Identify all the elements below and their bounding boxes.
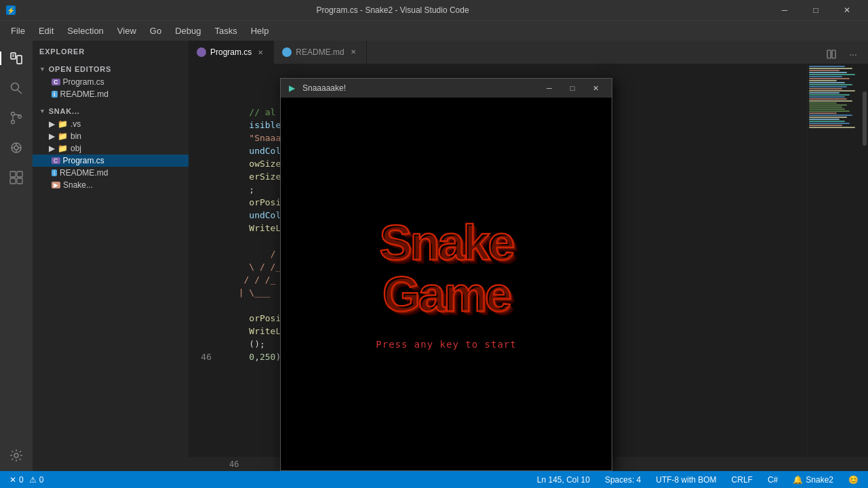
more-actions-button[interactable]: ··· <box>844 45 863 64</box>
menu-go[interactable]: Go <box>144 23 167 39</box>
branch-icon: 🔔 <box>793 475 803 485</box>
project-label: SNAK... <box>49 107 80 115</box>
console-window[interactable]: ▶ Snaaaaake! ─ □ ✕ Snake Game Press any … <box>280 78 612 471</box>
menu-help[interactable]: Help <box>245 23 275 39</box>
tab-readme[interactable]: README.md ✕ <box>274 41 366 64</box>
vertical-scrollbar[interactable] <box>861 64 868 456</box>
close-button[interactable]: ✕ <box>831 0 863 20</box>
mini-line <box>809 127 855 128</box>
folder-vs[interactable]: ▶ 📁 .vs <box>33 118 189 130</box>
activity-search[interactable] <box>4 76 28 100</box>
mini-line <box>809 100 852 102</box>
mini-line <box>809 115 852 116</box>
mini-line <box>809 106 842 108</box>
console-minimize-button[interactable]: ─ <box>538 81 560 96</box>
mini-line <box>809 94 850 96</box>
console-app-icon: ▶ <box>286 83 297 94</box>
title-bar: ⚡ Program.cs - Snake2 - Visual Studio Co… <box>0 0 868 20</box>
svg-point-9 <box>12 121 15 124</box>
folder-bin-icon: 📁 <box>58 131 68 141</box>
console-maximize-button[interactable]: □ <box>561 81 583 96</box>
tab-program-cs-label: Program.cs <box>210 47 252 57</box>
open-file-readme[interactable]: i README.md <box>33 88 189 100</box>
menu-view[interactable]: View <box>112 23 142 39</box>
tab-program-cs[interactable]: Program.cs ✕ <box>189 41 274 64</box>
activity-source-control[interactable] <box>4 106 28 130</box>
mini-line <box>809 104 847 106</box>
tab-program-cs-close[interactable]: ✕ <box>256 47 265 57</box>
mini-line <box>809 98 847 100</box>
sidebar: EXPLORER ▼ OPEN EDITORS C Program.cs i R… <box>33 41 189 471</box>
mini-line <box>809 123 850 124</box>
menu-tasks[interactable]: Tasks <box>209 23 242 39</box>
readme-file-icon: i <box>52 169 57 176</box>
activity-settings[interactable] <box>4 447 28 471</box>
folder-obj-label: obj <box>71 144 81 153</box>
console-close-button[interactable]: ✕ <box>585 81 606 96</box>
program-cs-icon: C <box>52 157 60 164</box>
line-col-text: Ln 145, Col 10 <box>537 475 590 485</box>
activity-extensions[interactable] <box>4 165 28 190</box>
scrollbar-thumb[interactable] <box>863 92 867 146</box>
minimap <box>807 64 861 456</box>
mini-line <box>809 84 852 85</box>
menu-edit[interactable]: Edit <box>33 23 59 39</box>
open-file-program[interactable]: C Program.cs <box>33 76 189 88</box>
warning-count: 0 <box>39 475 44 485</box>
line-numbers: 46 <box>189 64 222 456</box>
explorer-header[interactable]: EXPLORER <box>33 41 189 58</box>
snake-game-logo: Snake Game <box>379 218 513 339</box>
status-left: ✕ 0 ⚠ 0 <box>7 471 46 488</box>
line-ending-text: CRLF <box>732 475 753 485</box>
error-count: 0 <box>19 475 24 485</box>
tabs-bar: Program.cs ✕ README.md ✕ ··· <box>189 41 868 64</box>
tab-readme-close[interactable]: ✕ <box>349 47 358 57</box>
minimize-button[interactable]: ─ <box>769 0 800 20</box>
mini-line <box>809 70 840 71</box>
tab-readme-label: README.md <box>296 47 344 57</box>
mini-line <box>809 74 855 75</box>
project-header[interactable]: ▼ SNAK... <box>33 100 189 118</box>
status-language[interactable]: C# <box>765 471 781 488</box>
mini-line <box>809 125 842 126</box>
warning-icon: ⚠ <box>29 475 37 485</box>
mini-line <box>809 90 855 92</box>
activity-debug[interactable] <box>4 136 28 160</box>
svg-line-7 <box>18 90 22 94</box>
mini-line <box>809 78 850 79</box>
file-snake[interactable]: ▶ Snake... <box>33 179 189 191</box>
console-title-bar: ▶ Snaaaaake! ─ □ ✕ <box>281 79 612 98</box>
mini-line <box>809 76 842 77</box>
svg-rect-18 <box>17 171 22 177</box>
window-controls: ─ □ ✕ <box>769 0 863 20</box>
menu-debug[interactable]: Debug <box>170 23 206 39</box>
mini-line <box>809 113 837 114</box>
split-editor-button[interactable] <box>822 45 841 64</box>
status-branch[interactable]: 🔔 Snake2 <box>790 471 836 488</box>
status-line-ending[interactable]: CRLF <box>729 471 755 488</box>
folder-obj[interactable]: ▶ 📁 obj <box>33 142 189 155</box>
open-editors-label: OPEN EDITORS <box>49 65 112 73</box>
mini-line <box>809 108 845 110</box>
folder-bin[interactable]: ▶ 📁 bin <box>33 130 189 142</box>
menu-file[interactable]: File <box>5 23 31 39</box>
maximize-button[interactable]: □ <box>800 0 831 20</box>
status-spaces[interactable]: Spaces: 4 <box>602 471 644 488</box>
mini-line <box>809 82 845 83</box>
folder-vs-chevron: ▶ <box>49 119 55 129</box>
branch-text: Snake2 <box>806 475 833 485</box>
tab-actions: ··· <box>822 45 868 64</box>
status-line-col[interactable]: Ln 145, Col 10 <box>534 471 593 488</box>
status-errors[interactable]: ✕ 0 ⚠ 0 <box>7 471 46 488</box>
console-body: Snake Game Press any key to start <box>281 98 612 470</box>
open-editors-header[interactable]: ▼ OPEN EDITORS <box>33 58 189 76</box>
status-encoding[interactable]: UTF-8 with BOM <box>653 471 719 488</box>
menu-selection[interactable]: Selection <box>62 23 108 39</box>
file-readme[interactable]: i README.md <box>33 167 189 179</box>
activity-explorer[interactable] <box>4 46 28 70</box>
activity-bar <box>0 41 33 471</box>
mini-line <box>809 96 845 98</box>
status-right: Ln 145, Col 10 Spaces: 4 UTF-8 with BOM … <box>534 471 861 488</box>
file-program[interactable]: C Program.cs <box>33 155 189 167</box>
status-smiley[interactable]: 😊 <box>846 471 861 488</box>
